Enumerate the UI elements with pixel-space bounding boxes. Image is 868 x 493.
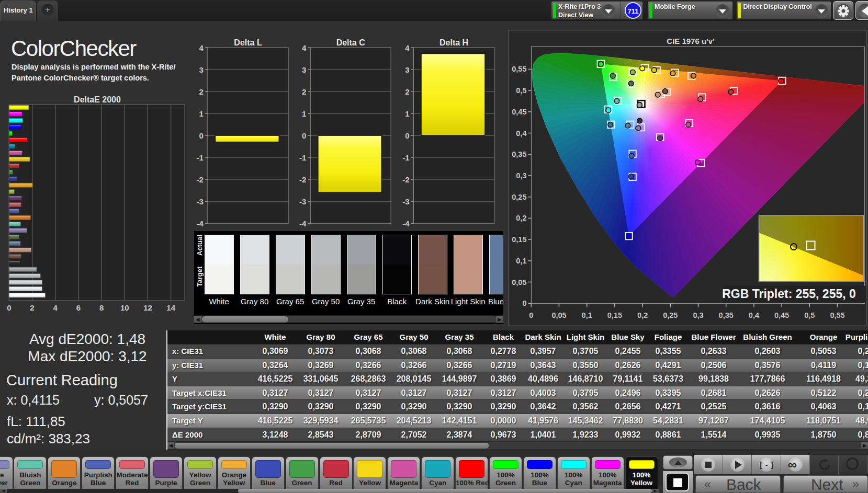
svg-text:0,25: 0,25 xyxy=(512,193,526,201)
svg-text:0,5: 0,5 xyxy=(516,86,526,95)
svg-text:0,05: 0,05 xyxy=(551,311,566,319)
svg-text:3: 3 xyxy=(199,65,204,74)
svg-text:-3: -3 xyxy=(299,197,306,206)
svg-text:-4: -4 xyxy=(299,219,307,228)
svg-text:RGB Triplet: 255, 255, 0: RGB Triplet: 255, 255, 0 xyxy=(722,287,856,301)
svg-text:-2: -2 xyxy=(197,175,204,184)
svg-text:3: 3 xyxy=(405,65,409,74)
svg-text:0: 0 xyxy=(522,299,526,307)
svg-text:0,1: 0,1 xyxy=(516,257,526,265)
svg-text:0,15: 0,15 xyxy=(607,311,622,319)
svg-text:10: 10 xyxy=(120,303,129,312)
svg-text:-3: -3 xyxy=(197,197,204,206)
svg-text:0: 0 xyxy=(302,131,306,140)
svg-text:0,2: 0,2 xyxy=(516,214,526,222)
svg-text:0,55: 0,55 xyxy=(512,65,526,73)
svg-text:0,35: 0,35 xyxy=(719,311,734,319)
svg-text:0,45: 0,45 xyxy=(774,311,789,319)
svg-text:0,2: 0,2 xyxy=(637,311,648,319)
svg-text:1: 1 xyxy=(199,109,204,118)
svg-text:0: 0 xyxy=(7,303,11,312)
svg-text:1: 1 xyxy=(405,109,409,118)
svg-text:0,4: 0,4 xyxy=(516,129,526,137)
svg-text:14: 14 xyxy=(166,303,175,312)
svg-text:0: 0 xyxy=(199,131,204,140)
svg-text:-4: -4 xyxy=(197,219,204,228)
svg-text:1: 1 xyxy=(302,109,306,118)
svg-text:4: 4 xyxy=(405,43,410,52)
svg-text:0,15: 0,15 xyxy=(512,235,526,244)
svg-text:0: 0 xyxy=(405,131,409,140)
svg-text:-2: -2 xyxy=(299,175,306,184)
svg-text:0,3: 0,3 xyxy=(693,311,703,319)
svg-text:Delta C: Delta C xyxy=(336,38,366,47)
svg-text:-1: -1 xyxy=(197,153,204,162)
svg-text:4: 4 xyxy=(199,43,204,52)
svg-text:Delta H: Delta H xyxy=(439,38,468,47)
svg-text:-4: -4 xyxy=(402,219,410,228)
svg-text:0,55: 0,55 xyxy=(830,311,844,319)
svg-text:8: 8 xyxy=(99,303,104,312)
svg-text:CIE 1976 u'v': CIE 1976 u'v' xyxy=(667,37,714,45)
svg-text:-1: -1 xyxy=(402,153,409,162)
svg-text:-2: -2 xyxy=(402,175,409,184)
svg-text:0,05: 0,05 xyxy=(512,278,526,286)
svg-text:6: 6 xyxy=(76,303,81,312)
svg-text:-3: -3 xyxy=(402,197,409,206)
svg-text:0,45: 0,45 xyxy=(512,108,526,116)
svg-text:2: 2 xyxy=(302,87,306,96)
svg-text:-1: -1 xyxy=(299,153,306,162)
svg-text:2: 2 xyxy=(199,87,204,96)
svg-text:0: 0 xyxy=(529,311,533,319)
svg-text:0,4: 0,4 xyxy=(749,311,759,319)
svg-text:4: 4 xyxy=(302,43,307,52)
svg-text:3: 3 xyxy=(302,65,306,74)
svg-text:0,25: 0,25 xyxy=(663,311,678,319)
svg-text:Delta L: Delta L xyxy=(234,38,262,47)
svg-text:4: 4 xyxy=(53,303,58,312)
svg-text:2: 2 xyxy=(405,87,409,96)
svg-text:DeltaE 2000: DeltaE 2000 xyxy=(74,95,121,104)
svg-text:12: 12 xyxy=(143,303,152,312)
svg-text:2: 2 xyxy=(30,303,34,312)
svg-text:0,35: 0,35 xyxy=(512,150,526,158)
svg-text:0,3: 0,3 xyxy=(516,171,526,180)
svg-text:0,5: 0,5 xyxy=(804,311,815,319)
svg-text:0,1: 0,1 xyxy=(582,311,592,319)
